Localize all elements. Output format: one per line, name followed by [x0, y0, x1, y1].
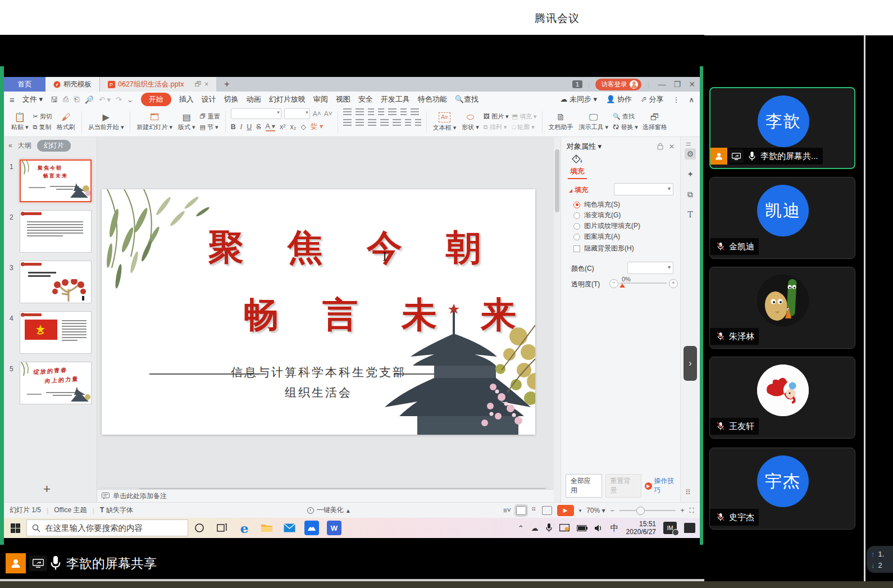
tencent-meeting-icon[interactable] [300, 518, 323, 538]
close-panel-icon[interactable]: ✕ [669, 143, 675, 151]
present-tools-button[interactable]: 🖵演示工具 ▾ [578, 113, 610, 131]
picture-button[interactable]: 🖼 图片 ▾ [484, 112, 509, 121]
battery-icon[interactable] [577, 525, 587, 531]
slide-thumbnail-2[interactable] [20, 210, 92, 253]
beautify-button[interactable]: 一键美化 ▴ [307, 505, 350, 515]
textbox-button[interactable]: A≡文本框 ▾ [432, 112, 458, 132]
radio-pattern-fill[interactable]: 图案填充(A) [573, 232, 620, 241]
more-icon[interactable]: ⌄ [127, 95, 133, 104]
zoom-in-button[interactable]: + [681, 507, 685, 514]
justify-icon[interactable] [380, 119, 389, 126]
file-explorer-icon[interactable] [256, 518, 278, 538]
reading-view-button[interactable] [542, 506, 552, 515]
normal-view-button[interactable] [516, 506, 526, 515]
restore-button[interactable]: ❐ [674, 80, 681, 89]
effects-rail-icon[interactable]: ✦ [685, 168, 696, 180]
menu-start[interactable]: 开始 [141, 93, 171, 106]
increase-font-icon[interactable]: A˄ [313, 110, 321, 118]
reset-button[interactable]: 🗇 重置 [200, 112, 220, 121]
menu-file[interactable]: 文件 ▾ [22, 94, 43, 104]
distribute-icon[interactable] [393, 119, 401, 126]
preview-icon[interactable]: 🔎 [85, 95, 94, 104]
slide-thumbnail-3[interactable] [20, 261, 92, 303]
fill-tab[interactable]: 填充 [568, 154, 587, 179]
copy-button[interactable]: ⧉ 复制 [33, 123, 52, 131]
menu-devtools[interactable]: 开发工具 [381, 94, 410, 104]
columns-icon[interactable] [411, 108, 419, 115]
collapse-ribbon-icon[interactable]: ∧ [689, 95, 694, 104]
redo-icon[interactable]: ↷ [116, 95, 122, 104]
align-left-icon[interactable] [343, 119, 352, 126]
guest-login-button[interactable]: 访客登录 [595, 79, 641, 90]
slide-thumbnail-5[interactable]: 绽放的青春 向上的力量 [20, 362, 92, 404]
lock-icon[interactable] [657, 143, 663, 150]
tray-microphone-icon[interactable] [546, 523, 552, 532]
edge-icon[interactable]: e [233, 518, 256, 538]
sync-status[interactable]: ☁ 未同步 ▾ [560, 94, 597, 104]
decrease-font-icon[interactable]: A˅ [324, 110, 332, 118]
print-icon[interactable]: ⎙ [63, 95, 69, 104]
slideshow-play-button[interactable]: ▶ [557, 505, 574, 516]
color-dropdown[interactable] [627, 262, 673, 274]
italic-button[interactable]: I [240, 123, 242, 131]
transparency-minus[interactable]: − [609, 279, 618, 288]
expand-panel-chevron[interactable]: › [684, 346, 697, 381]
participant-tile-5[interactable]: 宇杰 史宇杰 [709, 448, 855, 530]
add-slide-button[interactable]: + [43, 482, 51, 496]
font-color-button[interactable]: A ▾ [266, 122, 275, 131]
slides-tab[interactable]: 幻灯片 [37, 140, 71, 152]
play-options-icon[interactable]: ▾ [579, 508, 582, 513]
shapes-rail-icon[interactable]: ⧉ [685, 189, 696, 200]
vertical-scrollbar[interactable] [554, 137, 561, 502]
outline-button[interactable]: □ 轮廓 ▾ [512, 123, 536, 131]
menu-animation[interactable]: 动画 [247, 94, 261, 104]
transparency-plus[interactable]: + [669, 279, 678, 288]
cortana-icon[interactable] [188, 518, 211, 538]
fill-button[interactable]: ⬒ 填充 ▾ [512, 112, 536, 121]
menu-insert[interactable]: 插入 [179, 94, 194, 104]
section-button[interactable]: ▤ 节 ▾ [200, 123, 220, 131]
menu-transition[interactable]: 切换 [224, 94, 239, 104]
checkbox-hide-background[interactable]: 隐藏背景图形(H) [573, 244, 634, 253]
font-size-select[interactable] [284, 108, 310, 119]
transparency-slider-thumb[interactable] [619, 284, 625, 288]
menu-features[interactable]: 特色功能 [418, 94, 447, 104]
menu-find[interactable]: 🔍查找 [455, 94, 479, 104]
radio-solid-fill[interactable]: 纯色填充(S) [573, 200, 620, 209]
taskbar-clock[interactable]: 15:51 2020/6/27 [626, 520, 656, 536]
text-rail-icon[interactable]: T [685, 209, 696, 220]
menu-security[interactable]: 安全 [358, 94, 373, 104]
task-view-icon[interactable] [211, 518, 233, 538]
menu-slideshow[interactable]: 幻灯片放映 [269, 94, 306, 104]
menu-review[interactable]: 审阅 [313, 94, 328, 104]
tab-close-icon[interactable]: × [204, 80, 208, 88]
cut-button[interactable]: ✂ 剪切 [33, 112, 52, 121]
save-icon[interactable]: 🖫 [51, 95, 58, 104]
slide-thumbnail-1[interactable]: 聚焦今朝 畅言未来 [20, 159, 92, 202]
hamburger-icon[interactable]: ≡ [10, 95, 15, 104]
im-app-icon[interactable]: IM [663, 522, 677, 534]
screen-record-icon[interactable] [559, 524, 569, 532]
tab-templates[interactable]: 稻壳模板 [45, 77, 100, 92]
transparency-slider[interactable] [619, 282, 667, 284]
new-tab-button[interactable]: + [216, 77, 237, 92]
apply-all-button[interactable]: 全部应用 [566, 474, 602, 498]
bold-button[interactable]: B [231, 123, 236, 131]
props-title[interactable]: 对象属性 ▾ [567, 142, 602, 152]
subscript-button[interactable]: x₂ [290, 123, 296, 131]
zoom-slider-thumb[interactable] [636, 507, 645, 515]
reset-background-button[interactable]: 重置背景 [605, 474, 642, 498]
taskbar-search-input[interactable]: 在这里输入你要搜索的内容 [26, 519, 188, 536]
collapse-panel-icon[interactable]: « [8, 142, 12, 149]
bullets-icon[interactable] [343, 108, 352, 115]
numbering-icon[interactable] [356, 108, 364, 115]
participant-tile-3[interactable]: 朱泽林 [709, 267, 855, 349]
strikethrough-button[interactable]: S [256, 123, 261, 131]
notes-bar[interactable]: 单击此处添加备注 [97, 489, 554, 502]
menu-design[interactable]: 设计 [202, 94, 216, 104]
indent-decrease-icon[interactable] [368, 108, 374, 115]
participant-tile-4[interactable]: 王友轩 [709, 357, 855, 439]
missing-font-warning[interactable]: 𝐓 缺失字体 [100, 505, 133, 515]
underline-button[interactable]: U [247, 123, 252, 131]
tips-link[interactable]: ▶操作技巧 [645, 476, 680, 495]
